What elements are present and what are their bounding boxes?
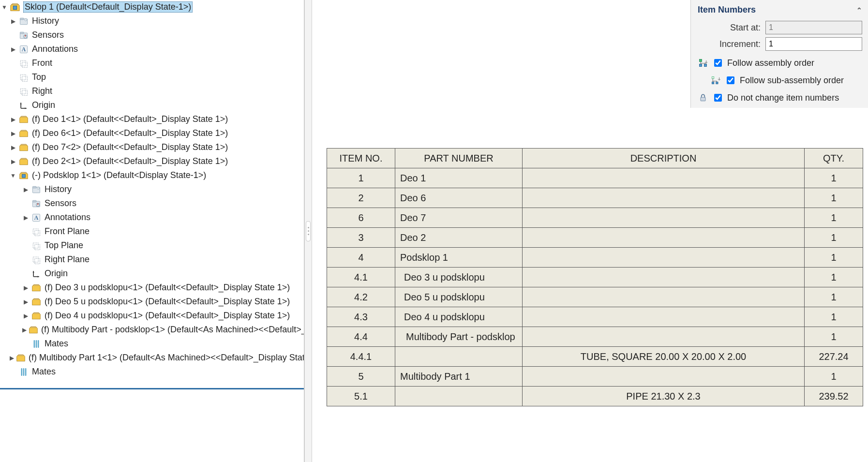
tree-item[interactable]: ▶(f) Multibody Part 1<1> (Default<As Mac…	[0, 351, 304, 365]
tree-item[interactable]: ▶Sensors	[0, 28, 304, 42]
expander-icon[interactable]: ▶	[10, 355, 14, 361]
increment-input[interactable]	[765, 37, 862, 51]
table-row[interactable]: 3Deo 21	[327, 228, 863, 248]
expander-icon[interactable]: ▶	[22, 186, 29, 193]
table-cell[interactable]: 5.1	[327, 387, 395, 406]
tree-item[interactable]: ▶Sensors	[0, 196, 304, 210]
panel-header[interactable]: Item Numbers ⌃	[698, 3, 862, 18]
expander-icon[interactable]: ▶	[22, 214, 29, 221]
tree-item[interactable]: ▶(f) Deo 6<1> (Default<<Default>_Display…	[0, 126, 304, 140]
expander-icon[interactable]: ▶	[10, 46, 16, 53]
follow-assembly-checkbox[interactable]	[714, 59, 722, 67]
tree-item[interactable]: ▶Annotations	[0, 210, 304, 224]
table-cell[interactable]: 1	[805, 327, 863, 347]
table-row[interactable]: 4Podsklop 11	[327, 248, 863, 268]
tree-item[interactable]: ▶Origin	[0, 267, 304, 281]
table-cell[interactable]: PIPE 21.30 X 2.3	[523, 387, 805, 406]
table-cell[interactable]: Deo 3 u podsklopu	[395, 268, 523, 287]
table-cell[interactable]: 4.2	[327, 287, 395, 307]
table-cell[interactable]: 2	[327, 188, 395, 208]
table-cell[interactable]	[523, 268, 805, 287]
tree-item[interactable]: ▶Top	[0, 70, 304, 84]
table-cell[interactable]	[523, 248, 805, 268]
table-cell[interactable]: Deo 6	[395, 188, 523, 208]
table-row[interactable]: 4.1Deo 3 u podsklopu1	[327, 268, 863, 287]
table-cell[interactable]: Multibody Part - podsklop	[395, 327, 523, 347]
tree-item[interactable]: ▶(f) Deo 1<1> (Default<<Default>_Display…	[0, 112, 304, 126]
table-row[interactable]: 6Deo 71	[327, 208, 863, 228]
tree-item[interactable]: ▶(f) Deo 2<1> (Default<<Default>_Display…	[0, 154, 304, 168]
tree-item[interactable]: ▶(f) Deo 5 u podsklopu<1> (Default<<Defa…	[0, 295, 304, 309]
table-row[interactable]: 4.4Multibody Part - podsklop1	[327, 327, 863, 347]
table-cell[interactable]: 5	[327, 367, 395, 387]
lock-item-numbers-checkbox[interactable]	[714, 94, 722, 102]
table-cell[interactable]: 1	[805, 307, 863, 327]
table-cell[interactable]: TUBE, SQUARE 20.00 X 20.00 X 2.00	[523, 347, 805, 367]
lock-item-numbers-label[interactable]: Do not change item numbers	[727, 93, 839, 103]
table-cell[interactable]: Podsklop 1	[395, 248, 523, 268]
table-cell[interactable]: Deo 1	[395, 168, 523, 188]
expander-icon[interactable]: ▶	[10, 144, 16, 151]
table-cell[interactable]: 1	[805, 268, 863, 287]
collapse-icon[interactable]: ⌃	[856, 6, 862, 14]
tree-item[interactable]: ▶Mates	[0, 337, 304, 351]
expander-icon[interactable]: ▼	[1, 4, 8, 11]
table-cell[interactable]: 1	[327, 168, 395, 188]
tree-item[interactable]: ▶(f) Deo 7<2> (Default<<Default>_Display…	[0, 140, 304, 154]
splitter-handle[interactable]	[304, 0, 312, 462]
table-cell[interactable]: 3	[327, 228, 395, 248]
table-cell[interactable]: 1	[805, 188, 863, 208]
table-cell[interactable]: Deo 5 u podsklopu	[395, 287, 523, 307]
follow-subassembly-checkbox[interactable]	[727, 76, 734, 84]
tree-item[interactable]: ▶Annotations	[0, 42, 304, 56]
table-row[interactable]: 1Deo 11	[327, 168, 863, 188]
table-cell[interactable]	[523, 168, 805, 188]
table-cell[interactable]	[523, 208, 805, 228]
tree-item[interactable]: ▼(-) Podsklop 1<1> (Default<Display Stat…	[0, 168, 304, 182]
table-cell[interactable]: 4.1	[327, 268, 395, 287]
table-row[interactable]: 2Deo 61	[327, 188, 863, 208]
expander-icon[interactable]: ▶	[10, 18, 16, 25]
tree-item[interactable]: ▶History	[0, 182, 304, 196]
table-cell[interactable]: 1	[805, 168, 863, 188]
expander-icon[interactable]: ▶	[22, 313, 29, 319]
table-cell[interactable]	[395, 387, 523, 406]
table-cell[interactable]: 239.52	[805, 387, 863, 406]
follow-assembly-label[interactable]: Follow assembly order	[727, 58, 814, 68]
table-cell[interactable]	[523, 367, 805, 387]
table-cell[interactable]: 1	[805, 228, 863, 248]
expander-icon[interactable]: ▶	[10, 130, 16, 137]
table-row[interactable]: 4.3Deo 4 u podsklopu1	[327, 307, 863, 327]
tree-item[interactable]: ▶Top Plane	[0, 238, 304, 253]
table-row[interactable]: 5.1PIPE 21.30 X 2.3239.52	[327, 387, 863, 406]
table-row[interactable]: 5Multibody Part 11	[327, 367, 863, 387]
table-cell[interactable]: 4.4.1	[327, 347, 395, 367]
table-row[interactable]: 4.2Deo 5 u podsklopu1	[327, 287, 863, 307]
tree-item[interactable]: ▶Mates	[0, 365, 304, 379]
table-cell[interactable]: 4	[327, 248, 395, 268]
expander-icon[interactable]: ▶	[22, 327, 27, 333]
table-cell[interactable]: Deo 2	[395, 228, 523, 248]
table-cell[interactable]	[523, 307, 805, 327]
tree-item[interactable]: ▶Front	[0, 56, 304, 70]
table-cell[interactable]	[395, 347, 523, 367]
table-cell[interactable]: 227.24	[805, 347, 863, 367]
expander-icon[interactable]: ▶	[10, 158, 16, 165]
tree-root[interactable]: ▼ Sklop 1 (Default<Default_Display State…	[0, 0, 304, 14]
table-cell[interactable]: 1	[805, 248, 863, 268]
table-cell[interactable]: 1	[805, 367, 863, 387]
expander-icon[interactable]: ▼	[10, 172, 16, 179]
table-cell[interactable]: 4.3	[327, 307, 395, 327]
table-row[interactable]: 4.4.1TUBE, SQUARE 20.00 X 20.00 X 2.0022…	[327, 347, 863, 367]
table-cell[interactable]: Deo 4 u podsklopu	[395, 307, 523, 327]
table-cell[interactable]: 4.4	[327, 327, 395, 347]
tree-item[interactable]: ▶Origin	[0, 98, 304, 112]
table-cell[interactable]: 1	[805, 287, 863, 307]
tree-item[interactable]: ▶(f) Multibody Part - podsklop<1> (Defau…	[0, 323, 304, 337]
table-cell[interactable]	[523, 188, 805, 208]
table-cell[interactable]	[523, 327, 805, 347]
bom-table[interactable]: ITEM NO. PART NUMBER DESCRIPTION QTY. 1D…	[327, 148, 863, 406]
follow-subassembly-label[interactable]: Follow sub-assembly order	[740, 75, 844, 86]
tree-item[interactable]: ▶(f) Deo 4 u podsklopu<1> (Default<<Defa…	[0, 309, 304, 323]
table-cell[interactable]: 1	[805, 208, 863, 228]
